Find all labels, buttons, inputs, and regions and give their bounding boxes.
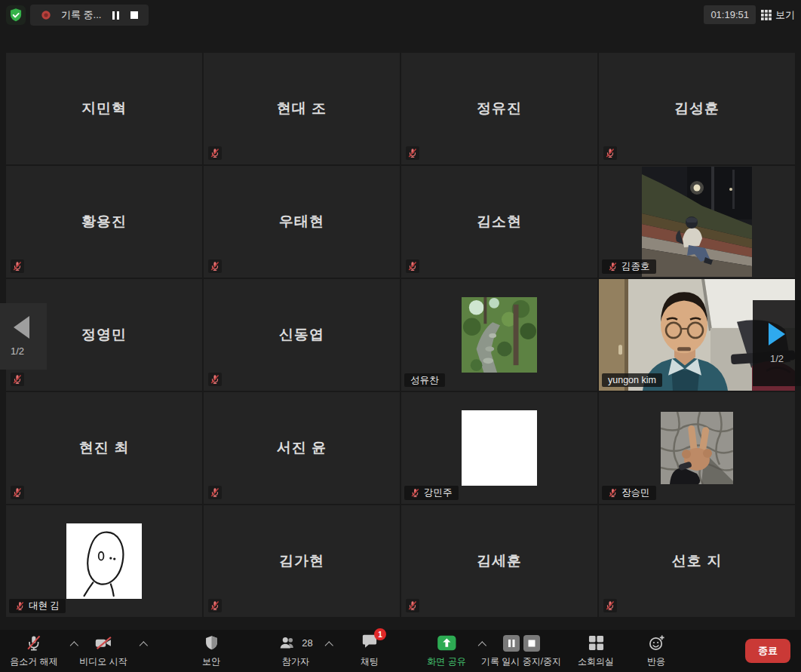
participant-name: 신동엽 bbox=[204, 279, 400, 391]
tile-hyundaejo[interactable]: 현대 조 bbox=[204, 53, 400, 164]
security-button[interactable]: 보안 bbox=[202, 634, 220, 668]
top-bar: 기록 중... 01:19:51 보기 bbox=[0, 0, 801, 30]
participant-nametag: 김종호 bbox=[602, 259, 656, 274]
muted-mic-icon bbox=[208, 259, 222, 273]
muted-mic-icon bbox=[208, 599, 222, 612]
participant-name: 김성훈 bbox=[599, 53, 795, 164]
participant-nametag: 강민주 bbox=[404, 486, 459, 500]
shield-icon bbox=[204, 634, 219, 652]
arrow-right-icon bbox=[769, 323, 785, 345]
recording-indicator: 기록 중... bbox=[30, 5, 149, 26]
participants-count: 28 bbox=[302, 637, 312, 649]
pause-recording-icon[interactable] bbox=[502, 635, 519, 652]
tile-kimjongho[interactable]: 김종호 bbox=[599, 166, 795, 278]
end-meeting-button[interactable]: 종료 bbox=[745, 639, 790, 663]
security-shield-button[interactable] bbox=[6, 5, 26, 25]
arrow-left-icon bbox=[14, 316, 29, 339]
share-screen-button[interactable]: 화면 공유 bbox=[427, 634, 465, 668]
page-indicator: 1/2 bbox=[11, 345, 24, 357]
tile-hwangyongjin[interactable]: 황용진 bbox=[6, 166, 202, 278]
night-street-photo bbox=[642, 167, 752, 277]
participants-button[interactable]: 28 참가자 bbox=[278, 634, 312, 668]
muted-mic-icon bbox=[603, 599, 617, 612]
chat-button[interactable]: 1 채팅 bbox=[361, 634, 379, 668]
recording-controls-button[interactable]: 기록 일시 중지/중지 bbox=[481, 634, 561, 668]
breakout-rooms-icon bbox=[588, 635, 604, 651]
participant-name: 김소현 bbox=[401, 166, 597, 278]
muted-mic-icon bbox=[608, 262, 618, 272]
audio-options-chevron[interactable] bbox=[70, 641, 78, 649]
view-label: 보기 bbox=[775, 8, 795, 22]
muted-mic-icon bbox=[410, 488, 420, 498]
tile-jiminhyeok[interactable]: 지민혁 bbox=[6, 53, 202, 164]
participant-grid: 지민혁 현대 조 정유진 김성훈 황용진 우태현 김소현 bbox=[6, 53, 795, 617]
tile-wootaehyun[interactable]: 우태현 bbox=[204, 166, 400, 278]
recording-label: 기록 중... bbox=[61, 8, 101, 22]
video-options-chevron[interactable] bbox=[140, 641, 148, 649]
participant-name: 김가현 bbox=[204, 505, 400, 617]
participant-name: 현진 최 bbox=[6, 392, 202, 504]
participant-name: 선호 지 bbox=[599, 505, 795, 617]
tile-jangseungmin[interactable]: 장승민 bbox=[599, 392, 795, 504]
participant-nametag: yungon kim bbox=[602, 373, 662, 388]
participant-name: 우태현 bbox=[204, 166, 400, 278]
muted-mic-icon bbox=[11, 259, 24, 273]
muted-mic-icon bbox=[11, 373, 24, 386]
meeting-timer: 01:19:51 bbox=[704, 5, 756, 24]
stop-recording-button[interactable] bbox=[130, 11, 138, 19]
breakout-rooms-button[interactable]: 소회의실 bbox=[578, 634, 614, 668]
forest-path-photo bbox=[462, 297, 537, 373]
muted-mic-icon bbox=[406, 599, 419, 612]
tile-seongyuchan[interactable]: 성유찬 bbox=[401, 279, 597, 391]
participant-name: 서진 윤 bbox=[204, 392, 400, 504]
stop-recording-icon[interactable] bbox=[523, 635, 539, 652]
muted-camera-icon bbox=[94, 634, 113, 652]
muted-mic-icon bbox=[26, 634, 43, 652]
reactions-smiley-icon bbox=[648, 634, 665, 652]
muted-mic-icon bbox=[603, 146, 617, 160]
tile-seonhoji[interactable]: 선호 지 bbox=[599, 505, 795, 617]
start-video-button[interactable]: 비디오 시작 bbox=[79, 634, 127, 668]
tile-kimgahyun[interactable]: 김가현 bbox=[204, 505, 400, 617]
previous-page-button[interactable]: 1/2 bbox=[0, 303, 47, 370]
view-button[interactable]: 보기 bbox=[761, 8, 795, 22]
zoom-meeting-window: 기록 중... 01:19:51 보기 지민혁 현대 조 bbox=[0, 0, 801, 672]
participant-nametag: 대현 김 bbox=[9, 599, 66, 613]
unmute-button[interactable]: 음소거 해제 bbox=[10, 634, 57, 668]
tile-kangminju[interactable]: 강민주 bbox=[401, 392, 597, 504]
participants-icon bbox=[278, 635, 297, 652]
tile-kimsehun[interactable]: 김세훈 bbox=[401, 505, 597, 617]
participant-nametag: 성유찬 bbox=[404, 373, 445, 388]
muted-mic-icon bbox=[15, 601, 25, 611]
hand-photo bbox=[661, 412, 733, 484]
tile-kimsohyun[interactable]: 김소현 bbox=[401, 166, 597, 278]
participants-options-chevron[interactable] bbox=[325, 641, 333, 649]
participant-nametag: 장승민 bbox=[602, 486, 656, 500]
share-screen-icon bbox=[436, 634, 457, 652]
muted-mic-icon bbox=[608, 488, 618, 498]
chat-unread-badge: 1 bbox=[374, 628, 386, 640]
tile-shindongyeop[interactable]: 신동엽 bbox=[204, 279, 400, 391]
tile-kimseonghun[interactable]: 김성훈 bbox=[599, 53, 795, 164]
tile-seojinyoon[interactable]: 서진 윤 bbox=[204, 392, 400, 504]
recording-dot-icon bbox=[41, 10, 51, 20]
participant-name: 현대 조 bbox=[204, 53, 400, 164]
next-page-button[interactable]: 1/2 bbox=[753, 300, 801, 386]
muted-mic-icon bbox=[208, 486, 222, 499]
tile-hyunjinchoi[interactable]: 현진 최 bbox=[6, 392, 202, 504]
participant-name: 김세훈 bbox=[401, 505, 597, 617]
tile-daehyunkim[interactable]: 대현 김 bbox=[6, 505, 202, 617]
pause-recording-button[interactable] bbox=[111, 10, 121, 21]
muted-mic-icon bbox=[406, 146, 419, 160]
muted-mic-icon bbox=[208, 373, 222, 386]
participant-name: 지민혁 bbox=[6, 53, 202, 164]
participant-name: 정유진 bbox=[401, 53, 597, 164]
shield-check-icon bbox=[8, 8, 23, 23]
muted-mic-icon bbox=[11, 486, 24, 499]
gallery-grid-icon bbox=[761, 10, 772, 20]
reactions-button[interactable]: 반응 bbox=[647, 634, 665, 668]
tile-jeongyujin[interactable]: 정유진 bbox=[401, 53, 597, 164]
muted-mic-icon bbox=[406, 259, 419, 273]
meeting-toolbar: 음소거 해제 비디오 시작 보안 bbox=[0, 630, 801, 672]
participant-name: 황용진 bbox=[6, 166, 202, 278]
